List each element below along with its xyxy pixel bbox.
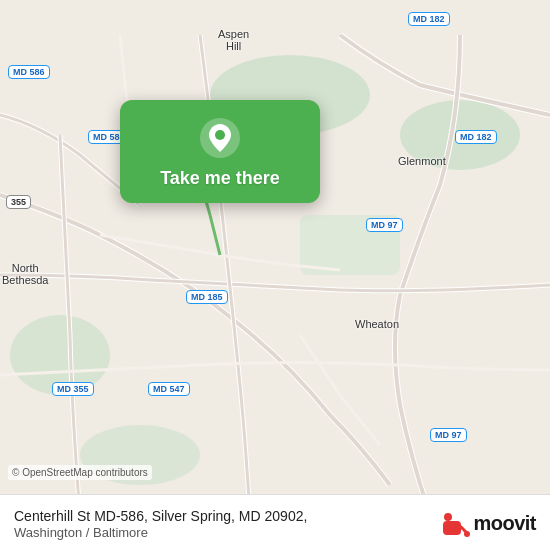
take-me-there-button[interactable]: Take me there: [160, 168, 280, 189]
bottom-bar: Centerhill St MD-586, Silver Spring, MD …: [0, 494, 550, 550]
address-line2: Washington / Baltimore: [14, 525, 307, 540]
badge-md182-right: MD 182: [455, 130, 497, 144]
badge-us355-left: 355: [6, 195, 31, 209]
moovit-person-icon: [439, 507, 471, 539]
badge-md586-left: MD 586: [8, 65, 50, 79]
badge-md182-top: MD 182: [408, 12, 450, 26]
svg-point-9: [444, 513, 452, 521]
pin-icon: [198, 116, 242, 160]
badge-md97-bot: MD 97: [430, 428, 467, 442]
map-container: MD 182 MD 586 MD 586 MD 182 355 MD 185 M…: [0, 0, 550, 550]
moovit-logo: moovit: [439, 507, 536, 539]
address-line1: Centerhill St MD-586, Silver Spring, MD …: [14, 507, 307, 525]
badge-md97-top: MD 97: [366, 218, 403, 232]
address-block: Centerhill St MD-586, Silver Spring, MD …: [14, 507, 307, 540]
label-wheaton: Wheaton: [355, 318, 399, 330]
label-aspen-hill: AspenHill: [218, 28, 249, 52]
badge-md547: MD 547: [148, 382, 190, 396]
svg-point-7: [215, 130, 225, 140]
location-card: Take me there: [120, 100, 320, 203]
svg-point-10: [464, 531, 470, 537]
badge-md355-bot: MD 355: [52, 382, 94, 396]
label-north-bethesda: NorthBethesda: [2, 262, 48, 286]
moovit-text: moovit: [473, 512, 536, 535]
badge-md185: MD 185: [186, 290, 228, 304]
osm-attribution: © OpenStreetMap contributors: [8, 465, 152, 480]
label-glenmont: Glenmont: [398, 155, 446, 167]
